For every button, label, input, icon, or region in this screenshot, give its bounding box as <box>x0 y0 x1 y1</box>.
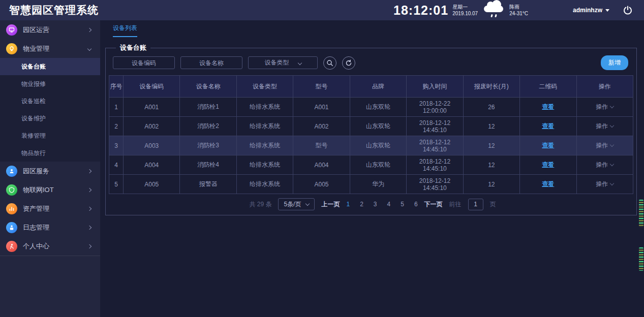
page-number-1[interactable]: 1 <box>346 201 350 208</box>
cell-model: A005 <box>293 175 350 194</box>
col-device-name: 设备名称 <box>180 76 236 98</box>
cell-type: 给排水系统 <box>236 155 293 175</box>
panel-title: 设备台账 <box>116 43 150 52</box>
qr-view-link[interactable]: 查看 <box>542 180 554 187</box>
date-label: 2019.10.07 <box>452 10 478 17</box>
cell-purchase-time: 2018-12-12 14:45:10 <box>407 155 463 175</box>
prev-page-button[interactable]: 上一页 <box>321 200 340 209</box>
row-action-dropdown[interactable]: 操作 <box>576 155 633 175</box>
next-page-button[interactable]: 下一页 <box>424 200 443 209</box>
chevron-right-icon <box>87 187 91 192</box>
table-header-row: 序号 设备编码 设备名称 设备类型 型号 品牌 购入时间 报废时长(月) 二维码… <box>109 76 633 98</box>
qr-view-link[interactable]: 查看 <box>542 142 554 149</box>
topbar: 智慧园区管理系统 18:12:01 星期一 2019.10.07 阵雨 24-3… <box>0 0 644 20</box>
col-index: 序号 <box>109 76 124 98</box>
sidebar-item-personal-center[interactable]: 个人中心 <box>0 237 100 256</box>
page-number-6[interactable]: 6 <box>414 201 418 208</box>
cell-brand: 山东双轮 <box>350 136 406 155</box>
sidebar-item-park-operation[interactable]: 园区运营 <box>0 20 100 39</box>
goto-page-input[interactable] <box>468 199 483 210</box>
cell-scrap-months: 26 <box>463 98 519 117</box>
chevron-down-icon <box>297 60 301 65</box>
cell-type: 给排水系统 <box>236 98 293 117</box>
sidebar-item-property-repair[interactable]: 物业报修 <box>0 75 100 92</box>
page-number-3[interactable]: 3 <box>374 201 377 208</box>
add-button[interactable]: 新增 <box>601 55 628 70</box>
scrollbar-marker[interactable] <box>639 200 643 227</box>
sidebar-item-renovation-management[interactable]: 装修管理 <box>0 127 100 144</box>
sidebar-item-item-release[interactable]: 物品放行 <box>0 144 100 162</box>
cell-purchase-time: 2018-12-22 12:00:00 <box>407 98 463 117</box>
sidebar-item-label: 个人中心 <box>23 242 49 251</box>
device-name-input[interactable] <box>180 56 242 69</box>
cell-index: 3 <box>109 136 124 155</box>
sidebar: 园区运营 物业管理 设备台账 物业报修 设备巡检 设备维护 装修管理 物品放行 … <box>0 20 100 317</box>
table-row[interactable]: 1 A001 消防栓1 给排水系统 A001 山东双轮 2018-12-22 1… <box>109 98 633 117</box>
weather-stack: 阵雨 24-31°C <box>509 4 528 17</box>
page-number-2[interactable]: 2 <box>360 201 363 208</box>
sidebar-item-label: 园区运营 <box>23 25 49 35</box>
row-action-dropdown[interactable]: 操作 <box>576 98 633 117</box>
qr-view-link[interactable]: 查看 <box>542 103 554 110</box>
device-type-select-value: 设备类型 <box>265 58 289 67</box>
refresh-button[interactable] <box>342 56 355 70</box>
page-size-value: 5条/页 <box>284 200 301 209</box>
cell-model: A004 <box>293 155 350 175</box>
sidebar-item-device-maintenance[interactable]: 设备维护 <box>0 110 100 127</box>
cell-index: 5 <box>109 175 124 194</box>
device-code-input[interactable] <box>113 56 175 69</box>
page-number-5[interactable]: 5 <box>401 201 404 208</box>
filter-row: 设备类型 新增 <box>109 53 636 75</box>
col-device-type: 设备类型 <box>236 76 293 98</box>
cell-purchase-time: 2018-12-12 14:45:10 <box>407 136 463 155</box>
cell-index: 4 <box>109 155 124 175</box>
cell-purchase-time: 2018-12-12 14:45:10 <box>407 117 463 136</box>
page-size-select[interactable]: 5条/页 <box>278 198 315 210</box>
chevron-down-icon <box>610 123 614 128</box>
weekday-label: 星期一 <box>452 4 478 10</box>
power-icon[interactable] <box>623 5 633 15</box>
cell-index: 1 <box>109 98 124 117</box>
row-action-dropdown[interactable]: 操作 <box>576 117 633 136</box>
sidebar-item-device-inspection[interactable]: 设备巡检 <box>0 92 100 110</box>
sidebar-item-label: 日志管理 <box>23 223 49 232</box>
cell-model: A002 <box>293 117 350 136</box>
search-button[interactable] <box>323 56 336 70</box>
sidebar-item-iot[interactable]: 物联网IOT <box>0 180 100 199</box>
cell-type: 给排水系统 <box>236 117 293 136</box>
refresh-icon <box>345 59 352 67</box>
qr-view-link[interactable]: 查看 <box>542 161 554 168</box>
table-row-highlighted[interactable]: 3 A003 消防栓3 给排水系统 型号 山东双轮 2018-12-12 14:… <box>109 136 633 155</box>
sidebar-item-property-management[interactable]: 物业管理 <box>0 39 100 58</box>
topbar-right: 18:12:01 星期一 2019.10.07 阵雨 24-31°C admin… <box>393 3 644 18</box>
cell-name: 消防栓3 <box>180 136 236 155</box>
sidebar-item-device-ledger[interactable]: 设备台账 <box>0 58 100 75</box>
tab-device-list[interactable]: 设备列表 <box>113 24 137 37</box>
cell-brand: 华为 <box>350 175 406 194</box>
cell-scrap-months: 12 <box>463 117 519 136</box>
pagination: 共 29 条 5条/页 上一页 1 2 3 4 5 6 下一页 前往 页 <box>109 194 636 215</box>
cell-name: 消防栓4 <box>180 155 236 175</box>
sidebar-item-asset-management[interactable]: 资产管理 <box>0 199 100 218</box>
device-type-select[interactable]: 设备类型 <box>248 56 318 69</box>
chevron-down-icon <box>610 104 614 108</box>
search-icon <box>326 59 333 67</box>
sidebar-item-log-management[interactable]: 日志管理 <box>0 218 100 237</box>
row-action-dropdown[interactable]: 操作 <box>576 175 633 194</box>
user-menu[interactable]: adminhzw <box>573 7 609 14</box>
table-row[interactable]: 4 A004 消防栓4 给排水系统 A004 山东双轮 2018-12-12 1… <box>109 155 633 175</box>
qr-view-link[interactable]: 查看 <box>542 122 554 130</box>
chevron-right-icon <box>87 244 91 248</box>
cell-name: 消防栓1 <box>180 98 236 117</box>
row-action-dropdown[interactable]: 操作 <box>576 136 633 155</box>
page-number-4[interactable]: 4 <box>387 201 391 208</box>
cell-brand: 山东双轮 <box>350 98 406 117</box>
main-content: 设备列表 设备台账 设备类型 新增 <box>100 20 644 317</box>
scrollbar-marker[interactable] <box>639 247 643 271</box>
chevron-right-icon <box>87 169 91 173</box>
table-row[interactable]: 5 A005 报警器 给排水系统 A005 华为 2018-12-12 14:4… <box>109 175 633 194</box>
cloud-icon <box>483 3 505 18</box>
sidebar-item-label: 物联网IOT <box>23 185 54 195</box>
table-row[interactable]: 2 A002 消防栓2 给排水系统 A002 山东双轮 2018-12-12 1… <box>109 117 633 136</box>
sidebar-item-park-service[interactable]: 园区服务 <box>0 162 100 180</box>
